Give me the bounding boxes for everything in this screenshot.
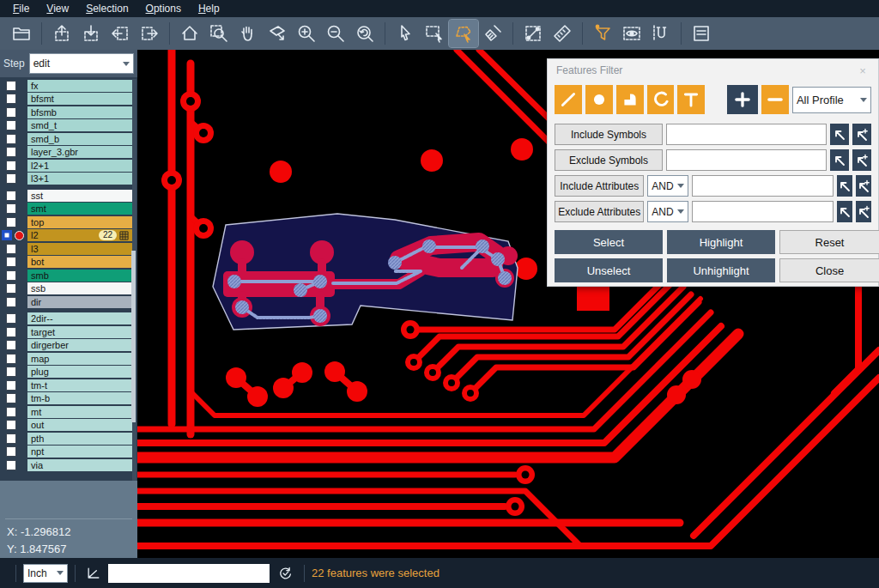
layer-label-ssb[interactable]: ssb <box>27 282 132 294</box>
pane-down-button[interactable] <box>76 20 106 47</box>
layer-row-map[interactable]: map <box>0 352 137 366</box>
layer-row-pth[interactable]: pth <box>0 432 137 446</box>
layer-checkbox-l3+1[interactable] <box>6 173 16 184</box>
layer-label-tm-b[interactable]: tm-b <box>27 392 132 404</box>
layer-checkbox-smt[interactable] <box>6 203 16 214</box>
layer-checkbox-top[interactable] <box>6 217 16 227</box>
layer-checkbox-smd_b[interactable] <box>6 134 16 144</box>
exclude-symbols-pick-button[interactable] <box>830 149 849 171</box>
pane-up-button[interactable] <box>47 20 76 47</box>
layer-row-smd_t[interactable]: smd_t <box>0 119 137 133</box>
layer-row-via[interactable]: via <box>0 458 137 472</box>
layer-row-ssb[interactable]: ssb <box>0 282 137 296</box>
layer-label-smd_b[interactable]: smd_b <box>27 133 132 145</box>
layer-label-l3[interactable]: l3 <box>27 243 132 255</box>
layer-label-bfsmb[interactable]: bfsmb <box>27 106 132 118</box>
measure-line-button[interactable] <box>518 20 548 47</box>
menu-view[interactable]: View <box>39 1 76 16</box>
clear-brush-button[interactable] <box>478 20 507 47</box>
layer-row-out[interactable]: out <box>0 419 137 433</box>
layer-label-layer_3.gbr[interactable]: layer_3.gbr <box>27 146 132 158</box>
layer-checkbox-smd_t[interactable] <box>6 120 16 130</box>
layer-row-mt[interactable]: mt <box>0 405 137 419</box>
layer-checkbox-dir[interactable] <box>6 297 16 307</box>
layer-label-smt[interactable]: smt <box>27 203 132 215</box>
exclude-attributes-pick-button[interactable] <box>837 201 852 222</box>
layer-row-l2[interactable]: l222 <box>0 229 137 243</box>
layer-row-l3[interactable]: l3 <box>0 242 137 256</box>
layer-row-smd_b[interactable]: smd_b <box>0 132 137 146</box>
layer-label-bot[interactable]: bot <box>27 256 132 268</box>
pane-left-button[interactable] <box>106 20 135 47</box>
layer-label-dirgerber[interactable]: dirgerber <box>27 339 132 351</box>
include-attributes-operator-select[interactable]: AND <box>647 175 688 197</box>
layer-row-tm-b[interactable]: tm-b <box>0 392 137 406</box>
layer-row-bot[interactable]: bot <box>0 256 137 270</box>
include-attributes-input[interactable] <box>692 175 834 197</box>
layer-row-npt[interactable]: npt <box>0 446 137 459</box>
snap-angle-icon[interactable] <box>82 563 105 584</box>
text-tool-button[interactable] <box>677 85 705 114</box>
layer-checkbox-pth[interactable] <box>6 433 16 444</box>
layer-label-dir[interactable]: dir <box>27 296 132 308</box>
layer-label-l2+1[interactable]: l2+1 <box>27 160 132 172</box>
command-input[interactable] <box>108 564 270 583</box>
grid-icon[interactable] <box>119 231 129 240</box>
selection-polygon[interactable] <box>213 214 518 330</box>
layer-row-plug[interactable]: plug <box>0 366 137 379</box>
layer-checkbox-fx[interactable] <box>6 81 16 91</box>
layer-row-smt[interactable]: smt <box>0 203 137 216</box>
layer-label-2dir--[interactable]: 2dir-- <box>27 312 132 324</box>
layer-row-smb[interactable]: smb <box>0 269 137 282</box>
sync-check-icon[interactable] <box>275 563 297 584</box>
layer-checkbox-l2[interactable] <box>2 230 12 240</box>
layer-checkbox-out[interactable] <box>6 420 16 430</box>
layer-checkbox-smb[interactable] <box>6 270 16 281</box>
profile-select[interactable]: All Profile <box>792 87 871 113</box>
unselect-button[interactable]: Unselect <box>555 258 663 282</box>
add-filter-button[interactable] <box>727 85 758 114</box>
menu-file[interactable]: File <box>5 1 37 16</box>
layer-label-bfsmt[interactable]: bfsmt <box>27 93 132 105</box>
layer-checkbox-map[interactable] <box>6 354 16 364</box>
pad-tool-button[interactable] <box>585 85 613 114</box>
include-attributes-pick-add-button[interactable] <box>856 175 871 197</box>
pan-hand-button[interactable] <box>233 20 263 47</box>
layer-label-out[interactable]: out <box>27 419 132 431</box>
layer-label-target[interactable]: target <box>27 326 132 338</box>
home-view-button[interactable] <box>175 20 204 47</box>
select-cursor-button[interactable] <box>391 20 420 47</box>
layer-row-top[interactable]: top <box>0 215 137 229</box>
layer-checkbox-dirgerber[interactable] <box>6 340 16 350</box>
include-attributes-button[interactable]: Include Attributes <box>555 175 644 197</box>
include-symbols-pick-button[interactable] <box>830 124 849 145</box>
layer-row-bfsmb[interactable]: bfsmb <box>0 106 137 119</box>
step-select[interactable]: edit <box>29 53 134 74</box>
layer-checkbox-tm-t[interactable] <box>6 380 16 391</box>
features-filter-button[interactable] <box>588 20 617 47</box>
layer-checkbox-l3[interactable] <box>6 244 16 254</box>
layer-label-l2[interactable]: l222 <box>27 229 132 241</box>
exclude-attributes-pick-add-button[interactable] <box>856 201 871 222</box>
panel-toggle-button[interactable] <box>687 20 716 47</box>
menu-selection[interactable]: Selection <box>78 1 136 16</box>
zoom-in-button[interactable] <box>292 20 321 47</box>
layer-row-sst[interactable]: sst <box>0 189 137 203</box>
layer-row-bfsmt[interactable]: bfsmt <box>0 93 137 106</box>
polygon-select-button[interactable] <box>449 20 478 47</box>
layer-label-via[interactable]: via <box>27 459 132 471</box>
open-file-button[interactable] <box>7 20 36 47</box>
exclude-attributes-button[interactable]: Exclude Attributes <box>555 201 644 222</box>
remove-filter-button[interactable] <box>761 85 789 114</box>
include-symbols-button[interactable]: Include Symbols <box>555 124 663 145</box>
include-attributes-pick-button[interactable] <box>837 175 852 197</box>
snap-magnet-button[interactable] <box>646 20 676 47</box>
pane-right-button[interactable] <box>135 20 164 47</box>
layer-row-target[interactable]: target <box>0 325 137 339</box>
transform-select-button[interactable] <box>263 20 292 47</box>
line-tool-button[interactable] <box>555 85 582 114</box>
layer-checkbox-2dir--[interactable] <box>6 313 16 324</box>
zoom-out-button[interactable] <box>321 20 350 47</box>
layer-checkbox-layer_3.gbr[interactable] <box>6 147 16 157</box>
exclude-attributes-input[interactable] <box>692 201 834 222</box>
